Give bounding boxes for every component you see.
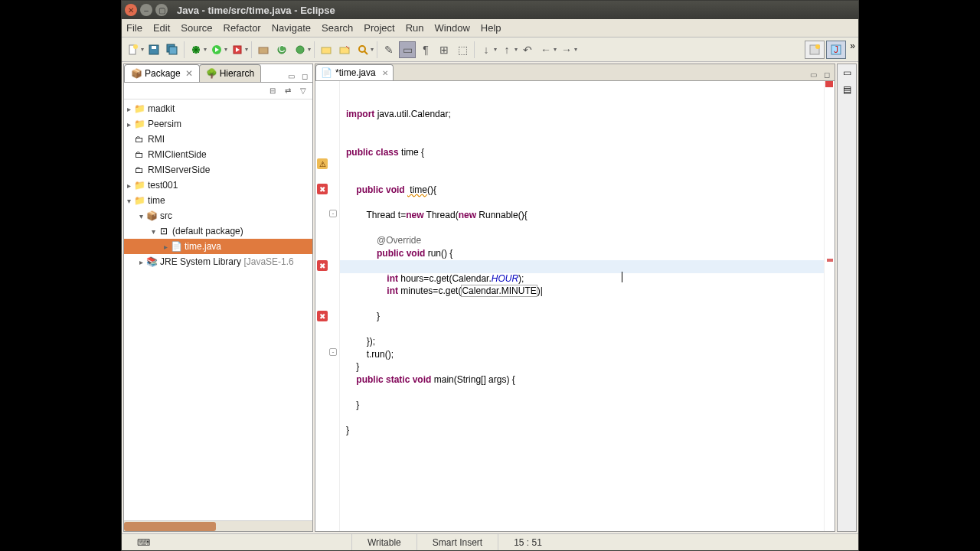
warning-marker[interactable]: ⚠ xyxy=(317,158,328,169)
project-time[interactable]: ▾📁time xyxy=(124,193,312,208)
open-type-button[interactable] xyxy=(318,41,335,58)
toolbar-overflow-icon[interactable]: » xyxy=(850,41,855,51)
window-title: Java - time/src/time.java - Eclipse xyxy=(177,5,335,16)
maximize-editor-icon[interactable]: ◻ xyxy=(821,68,833,80)
next-annotation-button[interactable]: ↓ xyxy=(478,41,495,58)
svg-rect-9 xyxy=(259,47,268,54)
editor-tab-time-java[interactable]: 📄 *time.java ✕ xyxy=(315,64,394,80)
svg-rect-3 xyxy=(152,46,156,49)
prev-annotation-button[interactable]: ↑ xyxy=(498,41,515,58)
error-marker-2[interactable]: ✖ xyxy=(317,260,328,271)
menu-run[interactable]: Run xyxy=(406,22,424,34)
error-marker[interactable]: ✖ xyxy=(317,184,328,194)
default-package[interactable]: ▾⊡(default package) xyxy=(124,223,312,239)
menu-source[interactable]: Source xyxy=(181,22,212,34)
fold-marker[interactable]: - xyxy=(329,210,337,217)
svg-text:J: J xyxy=(834,44,838,55)
code-editor[interactable]: ⚠ ✖ - ✖ ✖ - import java.util.Calendar; p… xyxy=(315,81,835,531)
overview-error-top[interactable] xyxy=(825,81,833,87)
project-rmiserver[interactable]: 🗀RMIServerSide xyxy=(124,162,312,178)
jre-library[interactable]: ▸📚JRE System Library [JavaSE-1.6 xyxy=(124,254,312,269)
save-button[interactable] xyxy=(145,41,162,58)
close-tab-icon[interactable]: ✕ xyxy=(185,68,193,79)
status-keyboard: ⌨ xyxy=(122,534,351,550)
toggle-whitespace-button[interactable]: ¶ xyxy=(417,41,434,58)
svg-text:C: C xyxy=(279,44,286,54)
project-peersim[interactable]: ▸📁Peersim xyxy=(124,116,312,132)
view-menu-icon[interactable]: ▽ xyxy=(297,85,309,97)
minimize-editor-icon[interactable]: ▭ xyxy=(807,68,819,80)
search-button[interactable] xyxy=(354,41,371,58)
status-cursor-position: 15 : 51 xyxy=(498,534,557,550)
fast-view-bar: ▭ ▤ xyxy=(837,64,857,532)
back-button[interactable]: ← xyxy=(537,41,554,58)
folder-src[interactable]: ▾📦src xyxy=(124,208,312,223)
menu-project[interactable]: Project xyxy=(364,22,394,34)
menu-refactor[interactable]: Refactor xyxy=(224,22,261,34)
project-rmiclient[interactable]: 🗀RMIClientSide xyxy=(124,147,312,162)
tab-hierarchy-label: Hierarch xyxy=(220,68,254,79)
main-toolbar: ▾ ▾ ▾ ▾ C ▾ ▾ ✎ ▭ ¶ ⊞ ⬚ ↓▾ ↑▾ ↶ ←▾ →▾ J … xyxy=(122,37,858,62)
tree-hscrollbar[interactable] xyxy=(124,520,312,531)
collapse-all-icon[interactable]: ⊟ xyxy=(266,85,279,97)
forward-button[interactable]: → xyxy=(558,41,575,58)
svg-rect-5 xyxy=(169,47,177,54)
external-tools-button[interactable] xyxy=(229,41,246,58)
status-insert-mode: Smart Insert xyxy=(416,534,498,550)
svg-rect-14 xyxy=(340,47,349,54)
menu-navigate[interactable]: Navigate xyxy=(272,22,311,34)
project-test001[interactable]: ▸📁test001 xyxy=(124,178,312,193)
titlebar: ✕ – ▢ Java - time/src/time.java - Eclips… xyxy=(122,1,858,19)
open-task-button[interactable] xyxy=(336,41,353,58)
toggle-breadcrumb-button[interactable]: ▭ xyxy=(399,41,416,58)
svg-point-12 xyxy=(296,46,304,54)
link-editor-icon[interactable]: ⇄ xyxy=(282,85,294,97)
new-package-button[interactable] xyxy=(255,41,272,58)
menu-help[interactable]: Help xyxy=(481,22,501,34)
package-icon: 📦 xyxy=(131,68,142,79)
menu-edit[interactable]: Edit xyxy=(153,22,170,34)
menu-search[interactable]: Search xyxy=(322,22,353,34)
hierarchy-icon: 🌳 xyxy=(206,68,217,79)
java-perspective-button[interactable]: J xyxy=(826,41,846,59)
show-whitespace-button[interactable]: ⬚ xyxy=(454,41,471,58)
new-button[interactable] xyxy=(125,41,142,58)
svg-point-1 xyxy=(133,44,138,49)
overview-error-mark[interactable] xyxy=(827,259,833,262)
restore-view-icon[interactable]: ▭ xyxy=(843,67,851,78)
block-selection-button[interactable]: ⊞ xyxy=(436,41,452,58)
project-rmi[interactable]: 🗀RMI xyxy=(124,132,312,147)
fold-marker-2[interactable]: - xyxy=(329,348,337,356)
debug-button[interactable] xyxy=(188,41,204,58)
error-marker-3[interactable]: ✖ xyxy=(317,311,328,321)
menu-window[interactable]: Window xyxy=(435,22,470,34)
tab-package-explorer[interactable]: 📦 Package ✕ xyxy=(124,64,200,82)
file-time-java[interactable]: ▸📄time.java xyxy=(124,239,312,254)
new-class-button[interactable]: C xyxy=(273,41,290,58)
tab-hierarchy[interactable]: 🌳 Hierarch xyxy=(199,64,261,82)
maximize-window-button[interactable]: ▢ xyxy=(155,4,168,16)
last-edit-button[interactable]: ↶ xyxy=(519,41,536,58)
new-type-button[interactable] xyxy=(292,41,309,58)
svg-rect-13 xyxy=(322,47,331,54)
close-editor-tab-icon[interactable]: ✕ xyxy=(382,69,388,77)
save-all-button[interactable] xyxy=(164,41,181,58)
status-writable: Writable xyxy=(351,534,416,550)
run-button[interactable] xyxy=(208,41,225,58)
package-explorer-tree[interactable]: ▸📁madkit ▸📁Peersim 🗀RMI 🗀RMIClientSide 🗀… xyxy=(124,99,312,520)
status-bar: ⌨ Writable Smart Insert 15 : 51 xyxy=(122,533,858,550)
maximize-view-icon[interactable]: ◻ xyxy=(299,70,311,82)
overview-ruler[interactable] xyxy=(824,81,835,531)
menu-file[interactable]: File xyxy=(126,22,142,34)
outline-view-icon[interactable]: ▤ xyxy=(843,84,851,95)
project-madkit[interactable]: ▸📁madkit xyxy=(124,101,312,116)
text-caret xyxy=(622,272,622,282)
minimize-window-button[interactable]: – xyxy=(140,4,152,16)
code-area[interactable]: import java.util.Calendar; public class … xyxy=(340,81,824,531)
open-perspective-button[interactable] xyxy=(805,41,825,59)
svg-point-17 xyxy=(815,44,820,49)
toggle-mark-button[interactable]: ✎ xyxy=(381,41,397,58)
editor-gutter[interactable]: ⚠ ✖ - ✖ ✖ - xyxy=(315,81,340,531)
minimize-view-icon[interactable]: ▭ xyxy=(285,70,297,82)
close-window-button[interactable]: ✕ xyxy=(125,4,137,16)
